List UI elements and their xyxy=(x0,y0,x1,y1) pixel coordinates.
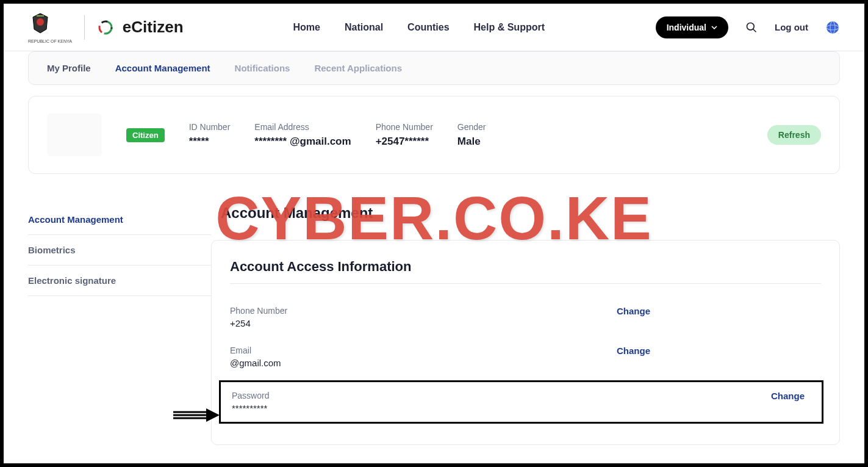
badge-column: Citizen xyxy=(126,128,165,142)
citizen-badge: Citizen xyxy=(126,128,165,142)
sidenav-electronic-signature[interactable]: Electronic signature xyxy=(28,266,211,296)
password-row: Password ********** Change xyxy=(219,380,823,424)
coat-of-arms-icon: REPUBLIC OF KENYA xyxy=(28,11,72,43)
profile-summary-card: Citizen ID Number ***** Email Address **… xyxy=(28,96,840,174)
phone-row-label: Phone Number xyxy=(230,306,617,316)
svg-point-4 xyxy=(747,23,755,30)
id-value: ***** xyxy=(189,136,231,148)
account-type-dropdown[interactable]: Individual xyxy=(656,16,728,38)
logo-block: REPUBLIC OF KENYA eCitizen xyxy=(28,11,184,43)
gender-label: Gender xyxy=(457,122,486,132)
svg-marker-12 xyxy=(206,408,220,422)
divider xyxy=(84,15,85,40)
nav-national[interactable]: National xyxy=(345,22,383,33)
phone-row: Phone Number +254 Change xyxy=(230,297,821,337)
password-row-label: Password xyxy=(232,391,771,400)
svg-point-0 xyxy=(37,18,44,26)
phone-column: Phone Number +2547****** xyxy=(376,122,433,148)
password-row-value: ********** xyxy=(232,403,771,413)
id-label: ID Number xyxy=(189,122,231,132)
brand-subtitle: REPUBLIC OF KENYA xyxy=(28,39,72,43)
nav-help[interactable]: Help & Support xyxy=(474,22,545,33)
change-password-link[interactable]: Change xyxy=(771,391,805,401)
tab-my-profile[interactable]: My Profile xyxy=(47,63,91,73)
profile-tabs: My Profile Account Management Notificati… xyxy=(28,51,840,85)
divider xyxy=(230,283,821,284)
change-email-link[interactable]: Change xyxy=(617,346,650,356)
arrow-annotation-icon xyxy=(172,407,221,423)
language-globe-icon[interactable] xyxy=(825,20,840,35)
main-content: Account Management Biometrics Electronic… xyxy=(28,205,840,445)
nav-counties[interactable]: Counties xyxy=(407,22,449,33)
svg-line-5 xyxy=(753,29,756,32)
header: REPUBLIC OF KENYA eCitizen Home National… xyxy=(4,4,864,51)
phone-value: +2547****** xyxy=(376,136,433,148)
logout-link[interactable]: Log out xyxy=(775,22,808,32)
content-area: Account Management Account Access Inform… xyxy=(211,205,840,445)
change-phone-link[interactable]: Change xyxy=(617,306,650,316)
id-column: ID Number ***** xyxy=(189,122,231,148)
sidenav-account-management[interactable]: Account Management xyxy=(28,205,211,235)
email-row: Email @gmail.com Change xyxy=(230,337,821,377)
tab-recent-applications[interactable]: Recent Applications xyxy=(314,63,402,73)
page-title: Account Management xyxy=(221,205,840,222)
account-type-label: Individual xyxy=(667,23,706,32)
email-column: Email Address ******** @gmail.com xyxy=(254,122,351,148)
phone-label: Phone Number xyxy=(376,122,433,132)
phone-row-value: +254 xyxy=(230,318,617,328)
main-nav: Home National Counties Help & Support xyxy=(293,22,545,33)
gender-column: Gender Male xyxy=(457,122,486,148)
search-icon[interactable] xyxy=(745,21,758,34)
refresh-button[interactable]: Refresh xyxy=(767,125,821,145)
email-row-label: Email xyxy=(230,346,617,355)
tab-notifications[interactable]: Notifications xyxy=(235,63,290,73)
sidenav-biometrics[interactable]: Biometrics xyxy=(28,235,211,266)
svg-point-6 xyxy=(827,21,839,34)
ecitizen-swirl-icon xyxy=(97,19,114,36)
email-value: ******** @gmail.com xyxy=(254,136,351,148)
brand-name: eCitizen xyxy=(123,18,184,37)
header-tools: Individual Log out xyxy=(656,16,840,38)
avatar xyxy=(47,114,102,156)
account-access-panel: Account Access Information Phone Number … xyxy=(211,240,840,445)
email-row-value: @gmail.com xyxy=(230,358,617,368)
section-title: Account Access Information xyxy=(230,259,821,275)
email-label: Email Address xyxy=(254,122,351,132)
chevron-down-icon xyxy=(711,24,717,31)
gender-value: Male xyxy=(457,136,486,148)
nav-home[interactable]: Home xyxy=(293,22,320,33)
tab-account-management[interactable]: Account Management xyxy=(115,63,210,73)
